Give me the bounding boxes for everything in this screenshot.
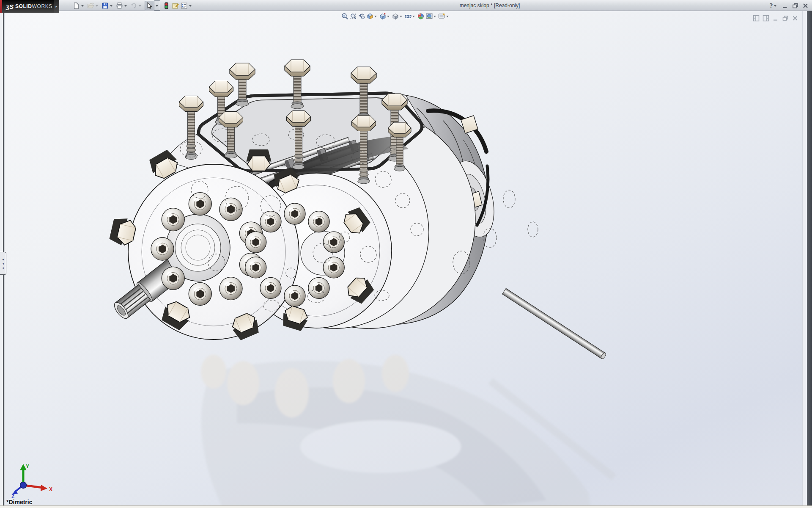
view-orientation-icon: [379, 12, 387, 20]
rebuild-button[interactable]: [162, 1, 171, 10]
undo-icon: [130, 2, 137, 9]
new-document-icon: [73, 2, 80, 9]
print-button[interactable]: [115, 1, 129, 10]
section-view-icon: [366, 12, 374, 20]
rebuild-traffic-light-icon: [163, 2, 170, 9]
view-settings-icon: [438, 12, 446, 20]
solidworks-logo-mark: ʒS: [6, 3, 14, 10]
minimize-document-button[interactable]: [772, 15, 779, 22]
file-properties-button[interactable]: [171, 1, 180, 10]
view-orientation-button[interactable]: [379, 12, 391, 20]
featuremanager-collapse-tab[interactable]: ◂ ◂ ◂: [0, 252, 6, 275]
x-axis-label: X: [49, 486, 52, 492]
y-axis-label: Y: [26, 464, 29, 469]
close-button[interactable]: [802, 3, 809, 9]
triad-origin: [20, 482, 27, 489]
dropdown-caret[interactable]: [124, 5, 127, 7]
dropdown-caret[interactable]: [446, 16, 449, 17]
main-toolbar: [72, 0, 194, 11]
select-cursor-icon: [146, 2, 153, 9]
print-icon: [116, 2, 123, 9]
apply-scene-icon: [425, 12, 433, 20]
select-button[interactable]: [145, 1, 154, 10]
undo-button[interactable]: [129, 1, 144, 10]
collapse-arrow-icon: ◂: [2, 266, 4, 269]
dropdown-caret[interactable]: [189, 5, 192, 7]
close-document-button[interactable]: [792, 15, 798, 22]
show-featuremanager-right-button[interactable]: [763, 15, 769, 22]
previous-view-icon: [358, 12, 365, 20]
window-controls: ?: [769, 0, 809, 11]
show-featuremanager-left-button[interactable]: [753, 15, 760, 22]
select-dropdown[interactable]: [154, 0, 160, 11]
help-button[interactable]: ?: [769, 3, 778, 9]
display-style-button[interactable]: [391, 12, 404, 20]
hide-show-items-icon: [404, 12, 412, 20]
view-orientation-label: *Dimetric: [6, 499, 32, 505]
window-title: menjac sklop * [Read-only]: [460, 0, 520, 11]
dropdown-caret[interactable]: [412, 16, 415, 17]
view-settings-button[interactable]: [438, 12, 450, 20]
help-icon: ?: [769, 3, 773, 9]
file-properties-icon: [172, 2, 179, 9]
dropdown-caret[interactable]: [81, 5, 84, 7]
options-icon: [181, 2, 188, 9]
dropdown-caret[interactable]: [139, 5, 141, 7]
restore-button[interactable]: [792, 3, 798, 9]
save-icon: [102, 2, 109, 9]
dropdown-caret[interactable]: [400, 16, 402, 17]
collapse-arrow-icon: ◂: [2, 262, 4, 265]
apply-scene-button[interactable]: [425, 12, 438, 20]
display-style-icon: [392, 12, 399, 20]
solidworks-logo-bold: SOLID: [15, 3, 32, 9]
solidworks-window: menjac sklop * [Read-only] ? ʒS SOLID WO…: [0, 0, 812, 508]
output-shaft: [502, 288, 607, 359]
right-dark-edge: [807, 11, 812, 505]
dropdown-caret[interactable]: [156, 5, 158, 7]
menu-expand-arrow[interactable]: ▸: [54, 0, 59, 13]
dropdown-caret[interactable]: [433, 16, 436, 17]
headsup-view-toolbar: [340, 12, 450, 20]
titlebar: menjac sklop * [Read-only] ?: [0, 0, 812, 11]
dropdown-caret[interactable]: [110, 5, 112, 7]
zoom-to-fit-button[interactable]: [340, 12, 349, 20]
gearbox-assembly-model[interactable]: [5, 11, 802, 505]
zoom-to-fit-icon: [341, 12, 348, 20]
collapse-arrow-icon: ◂: [2, 258, 4, 261]
zoom-to-area-button[interactable]: [349, 12, 357, 20]
edit-appearance-icon: [417, 12, 425, 20]
document-window-controls: [753, 15, 798, 22]
zoom-to-area-icon: [349, 12, 357, 20]
solidworks-logo: ʒS SOLID WORKS: [2, 0, 54, 13]
open-folder-icon: [87, 2, 94, 9]
right-scrollbar-strip[interactable]: [802, 11, 807, 505]
edit-appearance-button[interactable]: [417, 12, 425, 20]
minimize-button[interactable]: [782, 3, 788, 9]
previous-view-button[interactable]: [357, 12, 366, 20]
new-document-button[interactable]: [72, 1, 86, 10]
dropdown-caret[interactable]: [374, 16, 377, 17]
dropdown-caret[interactable]: [774, 5, 776, 7]
dropdown-caret[interactable]: [96, 5, 98, 7]
floor-reflection: [201, 355, 616, 505]
graphics-area[interactable]: Y X Z *Dimetric: [5, 11, 802, 505]
left-bearing-cover: [111, 164, 299, 340]
z-axis-label: Z: [11, 494, 14, 499]
options-button[interactable]: [180, 1, 194, 10]
hide-show-items-button[interactable]: [404, 12, 417, 20]
section-view-button[interactable]: [366, 12, 379, 20]
select-tool-group: [145, 0, 160, 11]
orientation-triad: Y X Z: [5, 463, 60, 499]
open-button[interactable]: [86, 1, 101, 10]
restore-document-button[interactable]: [782, 15, 789, 22]
save-button[interactable]: [101, 1, 115, 10]
solidworks-logo-light: WORKS: [32, 3, 52, 9]
statusbar: [0, 505, 812, 508]
dropdown-caret[interactable]: [387, 16, 390, 17]
